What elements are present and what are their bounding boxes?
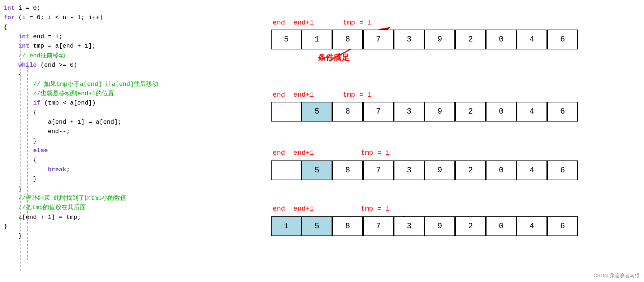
cell-4-6: 2 [455,216,486,236]
cell-3-9: 6 [547,160,578,180]
code-line-10: //也就是移动到end+1的位置 [4,89,191,98]
cell-3-1: 5 [302,160,332,180]
cell-1-8: 4 [517,30,547,49]
row3-label: end end+1 tmp = 1 [273,149,390,157]
cell-1-3: 7 [363,30,394,49]
cell-4-8: 4 [517,216,547,236]
cell-1-1: 1 [302,30,332,49]
cell-2-5: 9 [424,102,455,122]
code-line-12: { [4,108,191,118]
cell-2-1: 5 [302,102,332,122]
cell-1-7: 0 [486,30,517,49]
code-line-1: int i = 0; [4,4,191,13]
watermark: CSDN @流浪者与猫 [593,273,640,279]
cell-2-3: 7 [363,102,394,122]
annotation-condition-met: 条件满足 [318,52,350,63]
cell-4-2: 8 [332,216,363,236]
cell-3-3: 7 [363,160,394,180]
main-container: int i = 0; for (i = 0; i < n - 1; i++) {… [0,0,644,282]
cell-4-3: 7 [363,216,394,236]
row2-label: end end+1 tmp = 1 [273,91,372,99]
cell-3-6: 2 [455,160,486,180]
cell-1-4: 3 [394,30,424,49]
cell-4-1: 5 [302,216,332,236]
code-line-17: { [4,156,191,165]
array-row-4: 1 5 8 7 3 9 2 0 4 6 [271,216,578,236]
code-panel: int i = 0; for (i = 0; i < n - 1; i++) {… [0,0,195,282]
cell-3-2: 8 [332,160,363,180]
cell-2-9: 6 [547,102,578,122]
cell-4-4: 3 [394,216,424,236]
viz-panel: end end+1 tmp = 1 5 1 8 7 3 9 2 0 4 6 条件… [195,0,644,282]
code-line-22: //把tmp的值放在其后面 [4,203,191,212]
cell-4-7: 0 [486,216,517,236]
array-row-2: 5 8 7 3 9 2 0 4 6 [271,102,578,122]
array-row-3: 5 8 7 3 9 2 0 4 6 [271,160,578,180]
code-line-13: a[end + 1] = a[end]; [4,118,191,127]
cell-3-4: 3 [394,160,424,180]
cell-2-7: 0 [486,102,517,122]
code-line-20: } [4,184,191,194]
cell-2-8: 4 [517,102,547,122]
cell-2-4: 3 [394,102,424,122]
code-line-21: //循环结束 此时找到了比tmp小的数值 [4,194,191,203]
cell-2-2: 8 [332,102,363,122]
cell-1-6: 2 [455,30,486,49]
cell-1-2: 8 [332,30,363,49]
cell-3-0 [271,160,302,180]
cell-4-0: 1 [271,216,302,236]
row4-label: end end+1 tmp = 1 [273,205,390,213]
cell-1-5: 9 [424,30,455,49]
code-line-18: break; [4,165,191,175]
row1-label: end end+1 tmp = 1 [273,19,372,27]
code-line-11: if (tmp < a[end]) [4,98,191,108]
code-line-14: end--; [4,127,191,136]
cell-4-5: 9 [424,216,455,236]
cell-3-5: 9 [424,160,455,180]
code-line-7: while (end >= 0) [4,61,191,70]
cell-4-9: 6 [547,216,578,236]
code-line-9: // 如果tmp小于a[end] 让a[end]往后移动 [4,80,191,89]
code-line-24: } [4,222,191,232]
code-line-19: } [4,175,191,184]
code-line-2: for (i = 0; i < n - 1; i++) [4,13,191,22]
code-line-4: int end = i; [4,32,191,41]
code-line-25: } [4,232,191,241]
code-line-8: { [4,70,191,79]
code-line-3: { [4,23,191,32]
code-line-23: a[end + 1] = tmp; [4,213,191,222]
array-row-1: 5 1 8 7 3 9 2 0 4 6 [271,30,578,49]
cell-2-6: 2 [455,102,486,122]
cell-2-0 [271,102,302,122]
cell-1-9: 6 [547,30,578,49]
code-line-15: } [4,137,191,146]
cell-3-8: 4 [517,160,547,180]
code-line-5: int tmp = a[end + 1]; [4,41,191,51]
cell-3-7: 0 [486,160,517,180]
code-line-6: // end往前移动 [4,51,191,61]
code-line-16: else [4,146,191,155]
cell-1-0: 5 [271,30,302,49]
